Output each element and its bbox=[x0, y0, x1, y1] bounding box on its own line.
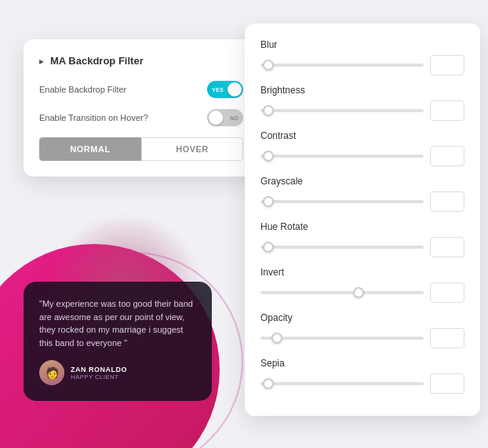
panel-title: MA Backdrop Filter bbox=[50, 55, 144, 67]
hover-tab[interactable]: HOVER bbox=[141, 137, 243, 161]
enable-backdrop-label: Enable Backdrop Filter bbox=[39, 85, 126, 94]
slider-thumb-5[interactable] bbox=[353, 287, 364, 298]
panel-arrow-icon: ▸ bbox=[39, 56, 44, 67]
filter-panel: BlurBrightnessContrastGrayscaleHue Rotat… bbox=[245, 24, 480, 416]
filter-input-0[interactable] bbox=[430, 55, 464, 75]
filter-row-blur: Blur bbox=[260, 39, 464, 75]
slider-track-2[interactable] bbox=[260, 155, 424, 158]
filter-label-1: Brightness bbox=[260, 85, 464, 96]
filter-controls-3 bbox=[260, 191, 464, 212]
slider-thumb-6[interactable] bbox=[271, 333, 282, 344]
filter-controls-2 bbox=[260, 146, 464, 166]
filter-row-sepia: Sepia bbox=[260, 358, 464, 394]
panel-header: ▸ MA Backdrop Filter bbox=[39, 55, 243, 67]
slider-track-6[interactable] bbox=[260, 337, 424, 340]
toggle-label-2: NO bbox=[230, 115, 239, 121]
slider-thumb-7[interactable] bbox=[263, 378, 274, 389]
filter-input-5[interactable] bbox=[430, 282, 464, 303]
filter-controls-0 bbox=[260, 55, 464, 75]
filter-label-6: Opacity bbox=[260, 312, 464, 323]
testimonial-text: "My experience was too good their band a… bbox=[39, 297, 196, 349]
filter-input-7[interactable] bbox=[430, 373, 464, 394]
filter-input-3[interactable] bbox=[430, 191, 464, 212]
filter-row-brightness: Brightness bbox=[260, 85, 464, 121]
filter-row-grayscale: Grayscale bbox=[260, 176, 464, 212]
filter-label-4: Hue Rotate bbox=[260, 221, 464, 232]
slider-thumb-2[interactable] bbox=[263, 151, 274, 162]
enable-transition-row: Enable Transition on Hover? NO bbox=[39, 109, 243, 126]
filter-row-hue-rotate: Hue Rotate bbox=[260, 221, 464, 257]
slider-track-0[interactable] bbox=[260, 64, 424, 67]
toggle-thumb-1 bbox=[228, 82, 242, 97]
slider-thumb-1[interactable] bbox=[263, 105, 274, 116]
author-title: HAPPY CLIENT bbox=[71, 373, 127, 381]
slider-track-4[interactable] bbox=[260, 246, 424, 249]
filter-controls-1 bbox=[260, 100, 464, 121]
slider-thumb-4[interactable] bbox=[263, 242, 274, 253]
filter-row-opacity: Opacity bbox=[260, 312, 464, 348]
slider-track-3[interactable] bbox=[260, 200, 424, 203]
author-name: ZAN RONALDO bbox=[71, 366, 127, 373]
enable-transition-label: Enable Transition on Hover? bbox=[39, 113, 148, 122]
filter-input-6[interactable] bbox=[430, 328, 464, 348]
mode-button-group: NORMAL HOVER bbox=[39, 137, 243, 161]
filter-input-2[interactable] bbox=[430, 146, 464, 166]
enable-backdrop-toggle[interactable]: YES bbox=[207, 81, 243, 98]
filter-input-4[interactable] bbox=[430, 237, 464, 257]
filter-row-contrast: Contrast bbox=[260, 130, 464, 166]
filter-row-invert: Invert bbox=[260, 267, 464, 303]
filter-input-1[interactable] bbox=[430, 100, 464, 121]
avatar-inner: 🧑 bbox=[39, 360, 64, 385]
filter-controls-4 bbox=[260, 237, 464, 257]
slider-thumb-0[interactable] bbox=[263, 60, 274, 71]
slider-track-5[interactable] bbox=[260, 291, 424, 294]
testimonial-author: 🧑 ZAN RONALDO HAPPY CLIENT bbox=[39, 360, 196, 385]
enable-transition-toggle[interactable]: NO bbox=[207, 109, 243, 126]
filter-controls-6 bbox=[260, 328, 464, 348]
slider-track-7[interactable] bbox=[260, 382, 424, 385]
filter-controls-7 bbox=[260, 373, 464, 394]
filter-label-2: Contrast bbox=[260, 130, 464, 141]
filter-label-5: Invert bbox=[260, 267, 464, 278]
author-info: ZAN RONALDO HAPPY CLIENT bbox=[71, 366, 127, 381]
testimonial-card: "My experience was too good their band a… bbox=[24, 282, 212, 401]
slider-thumb-3[interactable] bbox=[263, 196, 274, 207]
filter-controls-5 bbox=[260, 282, 464, 303]
filter-label-7: Sepia bbox=[260, 358, 464, 369]
enable-backdrop-row: Enable Backdrop Filter YES bbox=[39, 81, 243, 98]
filter-label-0: Blur bbox=[260, 39, 464, 50]
toggle-label-1: YES bbox=[212, 87, 224, 93]
toggle-thumb-2 bbox=[209, 111, 223, 125]
filter-label-3: Grayscale bbox=[260, 176, 464, 187]
avatar: 🧑 bbox=[39, 360, 64, 385]
slider-track-1[interactable] bbox=[260, 109, 424, 112]
normal-tab[interactable]: NORMAL bbox=[39, 137, 141, 161]
settings-panel: ▸ MA Backdrop Filter Enable Backdrop Fil… bbox=[24, 39, 259, 177]
